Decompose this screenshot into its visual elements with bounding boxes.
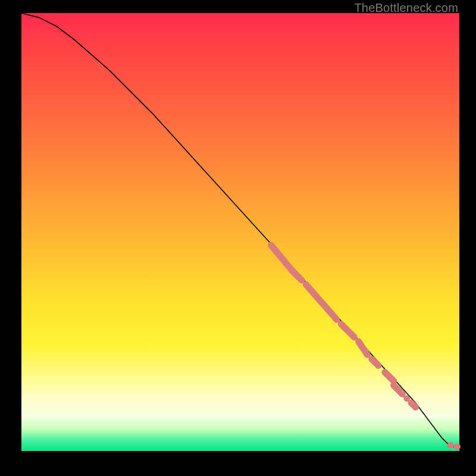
highlight-dot [375,362,381,369]
highlight-segment [372,359,376,363]
highlight-segment [385,372,394,381]
highlight-segment [293,271,302,280]
highlight-segment [271,245,293,271]
highlight-segments [271,245,416,407]
highlight-segment [306,284,337,320]
highlight-dot [454,443,461,450]
chart-svg [21,13,459,451]
plot-area [21,13,459,451]
highlight-segment [341,324,354,337]
highlight-dot [403,395,410,402]
highlight-dot [447,442,454,449]
highlight-segment [359,342,368,355]
highlight-segment [411,403,415,407]
chart-frame: TheBottleneck.com [0,0,476,476]
